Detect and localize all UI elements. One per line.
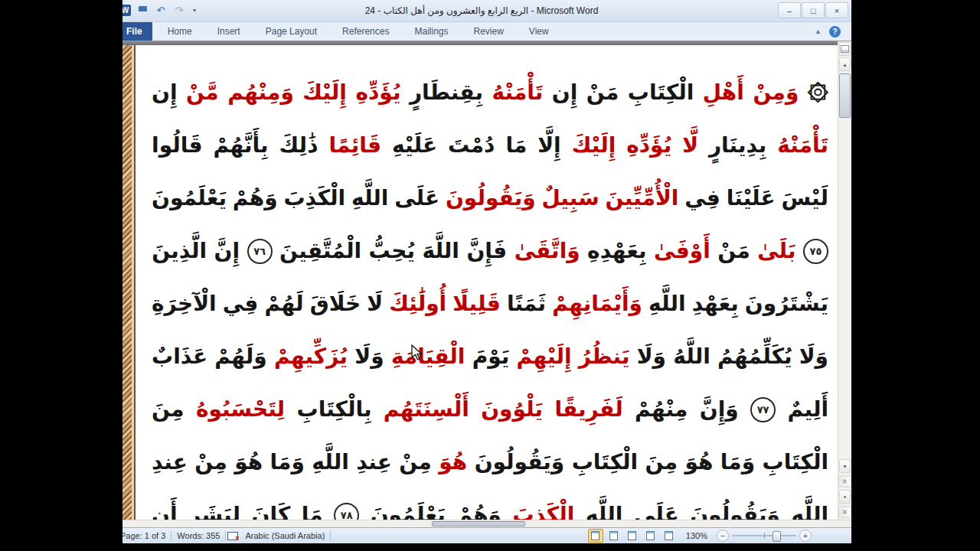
quran-word: الْكِتَابِ [763, 451, 828, 474]
quran-word: وَمِنْ [753, 81, 799, 105]
quran-word: عَذَابٌ [152, 345, 207, 369]
quran-word: فَإِنَّ [466, 240, 507, 263]
quran-word: إِلَيْكَ [302, 81, 347, 105]
zoom-out-button[interactable]: − [717, 530, 729, 542]
minimize-ribbon-icon[interactable]: ▲ [815, 28, 822, 35]
ayah-number-marker: ٧٥ [803, 239, 828, 264]
quran-word: إِن [152, 81, 178, 105]
quran-word: مَا [302, 504, 323, 520]
scroll-down-button[interactable]: ▼ [839, 459, 851, 473]
quran-word: عِندِ [356, 451, 392, 474]
quran-word: خَلَاقَ [310, 292, 361, 316]
quran-word: إِنَّ [214, 240, 240, 263]
maximize-button[interactable]: □ [802, 2, 825, 18]
quran-word: يَوْمَ [472, 345, 510, 369]
tab-page-layout[interactable]: Page Layout [256, 22, 327, 41]
quran-line: وَلَايُكَلِّمُهُمُاللَّهُوَلَايَنظُرُإِل… [152, 331, 828, 383]
zoom-slider[interactable] [732, 530, 796, 541]
quran-word: سَبِيلٌ [541, 187, 599, 210]
quran-word: أَلْسِنَتَهُم [384, 398, 469, 422]
quran-word: اللَّهُ [673, 345, 710, 369]
quran-word: يُؤَدِّهِ [626, 134, 671, 158]
tab-references[interactable]: References [332, 22, 399, 41]
next-page-button[interactable]: » [838, 507, 852, 518]
redo-icon[interactable]: ↷ [172, 3, 186, 17]
quran-word: بِأَنَّهُمْ [214, 134, 269, 158]
qat-dropdown-icon[interactable]: ▾ [191, 3, 198, 17]
quran-word: الْأُمِّيِّينَ [606, 187, 679, 210]
status-bar: Page: 1 of 3 Words: 355 × Arabic (Saudi … [112, 527, 851, 543]
quran-word: وَيَقُولُونَ [475, 451, 565, 474]
outline-button[interactable] [643, 529, 658, 543]
quran-word: وَمَا [720, 451, 755, 474]
quran-line: يَشْتَرُونَبِعَهْدِاللَّهِوَأَيْمَانِهِم… [152, 278, 828, 331]
quran-word: الْكِتَابِ [628, 81, 694, 105]
full-screen-reading-button[interactable] [606, 529, 622, 543]
scroll-up-button[interactable]: ▲ [839, 57, 851, 71]
quran-text: ۞وَمِنْأَهْلِالْكِتَابِمَنْإِنتَأْمَنْهُ… [152, 67, 828, 520]
quran-word: عِندِ [152, 451, 188, 474]
quran-line: ۞وَمِنْأَهْلِالْكِتَابِمَنْإِنتَأْمَنْهُ… [152, 67, 828, 119]
tab-view[interactable]: View [519, 22, 559, 41]
hscroll-thumb[interactable] [432, 521, 525, 527]
horizontal-scrollbar [112, 520, 851, 527]
word-window: W ↶ ↷ ▾ الربع الرابع والعشرون ومن أهل ال… [112, 0, 851, 543]
language-indicator[interactable]: Arabic (Saudi Arabia) [240, 531, 330, 540]
tab-review[interactable]: Review [463, 22, 513, 41]
print-layout-button[interactable] [588, 529, 603, 543]
proofing-status-icon[interactable]: × [226, 530, 240, 542]
page-indicator[interactable]: Page: 1 of 3 [115, 531, 171, 540]
close-button[interactable]: × [825, 2, 848, 18]
help-icon[interactable]: ? [829, 26, 841, 37]
quran-word: يَعْلَمُونَ [371, 504, 446, 520]
scrollbar-track[interactable] [839, 72, 851, 458]
quran-word: دُمْتَ [448, 134, 495, 158]
quran-word: وَإِنَّ [700, 398, 739, 422]
quran-word: اللَّهِ [351, 187, 389, 210]
quran-word: وَيَقُولُونَ [690, 504, 780, 520]
quran-word: إِن [552, 81, 578, 105]
quran-word: قَائِمًا [328, 134, 381, 158]
save-icon[interactable] [136, 3, 149, 17]
scrollbar-corner [838, 520, 851, 527]
window-controls: – □ × [778, 2, 848, 18]
draft-button[interactable] [662, 529, 677, 543]
page-viewport[interactable]: ۞وَمِنْأَهْلِالْكِتَابِمَنْإِنتَأْمَنْهُ… [112, 41, 838, 520]
tab-insert[interactable]: Insert [207, 22, 250, 41]
quran-word: وَيَقُولُونَ [446, 187, 536, 210]
ruler-toggle-button[interactable] [839, 42, 851, 56]
browse-object-button[interactable]: • [839, 490, 851, 504]
web-layout-button[interactable] [625, 529, 640, 543]
quran-word: أَهْلِ [703, 81, 744, 105]
ribbon-right-controls: ▲ ? [815, 22, 841, 41]
quran-word: الْكَذِبَ [283, 187, 345, 210]
minimize-button[interactable]: – [778, 2, 801, 18]
quran-word: كَانَ [251, 504, 290, 520]
quran-word: اللَّهِ [312, 451, 349, 474]
previous-page-button[interactable]: « [838, 476, 852, 487]
tab-home[interactable]: Home [158, 22, 202, 41]
quran-word: أَلِيمٌ [788, 398, 829, 422]
undo-icon[interactable]: ↶ [154, 3, 168, 17]
quran-word: يُكَلِّمُهُمُ [717, 345, 792, 369]
quran-word: لَيْسَ [781, 187, 828, 210]
scrollbar-thumb[interactable] [839, 73, 851, 118]
quick-access-toolbar: W ↶ ↷ ▾ [119, 3, 198, 17]
quran-word: اللَّهِ [648, 292, 686, 316]
hscroll-track[interactable] [112, 520, 838, 527]
quran-line: ٧٥بَلَىٰمَنْأَوْفَىٰبِعَهْدِهِوَاتَّقَىٰ… [152, 225, 828, 278]
zoom-in-button[interactable]: + [799, 530, 812, 542]
quran-word: يَلْوُونَ [481, 398, 543, 422]
quran-word: إِلَيْكَ [572, 134, 616, 158]
separator [330, 530, 331, 541]
zoom-level[interactable]: 130% [680, 531, 714, 540]
quran-word: مَا [505, 134, 527, 158]
tab-mailings[interactable]: Mailings [404, 22, 458, 41]
zoom-slider-thumb[interactable] [773, 531, 781, 542]
letterbox-bottom [0, 543, 980, 551]
document-page[interactable]: ۞وَمِنْأَهْلِالْكِتَابِمَنْإِنتَأْمَنْهُ… [118, 45, 838, 520]
word-count[interactable]: Words: 355 [172, 531, 225, 540]
vertical-scrollbar: ▲ ▼ « • » [838, 41, 851, 520]
quran-word: عَلَيْهِ [392, 134, 437, 158]
proofing-x-glyph: × [235, 534, 239, 542]
